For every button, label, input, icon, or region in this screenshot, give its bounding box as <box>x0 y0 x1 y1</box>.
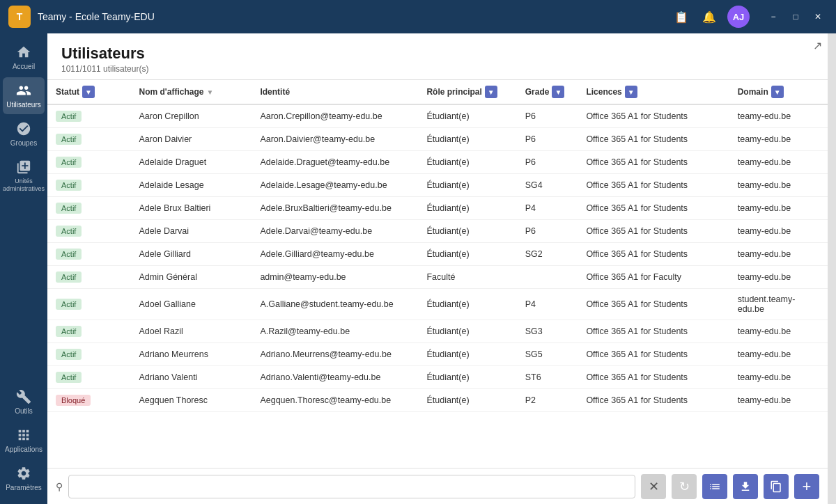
licences-filter-btn[interactable]: ▼ <box>625 86 637 98</box>
clear-button[interactable]: ✕ <box>641 474 666 499</box>
table-header-row: Statut ▼ Nom d'affichage ▼ Identité <box>47 80 828 104</box>
statut-filter-btn[interactable]: ▼ <box>82 86 95 98</box>
domain-filter-btn[interactable]: ▼ <box>771 86 784 98</box>
cell-nom: Adele Gilliard <box>131 243 252 266</box>
cell-identite: Adele.Gilliard@teamy-edu.be <box>251 243 418 266</box>
cell-grade: SG5 <box>517 343 578 366</box>
list-button[interactable] <box>702 474 727 499</box>
table-row[interactable]: Actif Adele Darvai Adele.Darvai@teamy-ed… <box>47 220 828 243</box>
cell-grade: P2 <box>517 389 578 412</box>
cell-domain: teamy-edu.be <box>729 343 828 366</box>
cell-licence: Office 365 A1 for Students <box>578 128 729 151</box>
table-row[interactable]: Actif Aaron Daivier Aaron.Daivier@teamy-… <box>47 128 828 151</box>
cell-licence: Office 365 A1 for Students <box>578 104 729 128</box>
maximize-button[interactable]: □ <box>786 7 805 26</box>
table-body: Actif Aaron Crepillon Aaron.Crepillon@te… <box>47 104 828 412</box>
sidebar-item-applications[interactable]: Applications <box>3 422 45 459</box>
cell-licence: Office 365 A1 for Students <box>578 343 729 366</box>
cell-role: Étudiant(e) <box>418 174 516 197</box>
cell-identite: admin@teamy-edu.be <box>251 266 418 289</box>
cell-statut: Actif <box>47 289 131 320</box>
table-row[interactable]: Actif Adele Brux Baltieri Adele.BruxBalt… <box>47 197 828 220</box>
table-row[interactable]: Actif Adelaide Lesage Adelaide.Lesage@te… <box>47 174 828 197</box>
table-row[interactable]: Actif Adoel Razil A.Razil@teamy-edu.be É… <box>47 320 828 343</box>
col-identite: Identité <box>251 80 418 104</box>
users-table-container: Statut ▼ Nom d'affichage ▼ Identité <box>47 80 828 468</box>
refresh-button[interactable]: ↻ <box>672 474 697 499</box>
page-subtitle: 1011/1011 utilisateur(s) <box>61 64 814 74</box>
table-row[interactable]: Actif Adriano Meurrens Adriano.Meurrens@… <box>47 343 828 366</box>
sidebar-item-outils[interactable]: Outils <box>3 384 45 420</box>
cell-role: Étudiant(e) <box>418 320 516 343</box>
expand-icon[interactable]: ↗ <box>813 39 822 52</box>
bell-icon[interactable]: 🔔 <box>699 7 719 26</box>
sidebar-item-accueil[interactable]: Accueil <box>3 39 45 76</box>
table-row[interactable]: Actif Aaron Crepillon Aaron.Crepillon@te… <box>47 104 828 128</box>
status-badge: Actif <box>56 180 82 191</box>
cell-identite: Aegquen.Thoresc@teamy-edu.be <box>251 389 418 412</box>
sidebar-item-unites[interactable]: Unités administratives <box>3 154 45 198</box>
download-button[interactable] <box>733 474 758 499</box>
cell-identite: Aaron.Crepillon@teamy-edu.be <box>251 104 418 128</box>
status-badge: Actif <box>56 249 82 260</box>
cell-identite: Adriano.Valenti@teamy-edu.be <box>251 366 418 389</box>
cell-statut: Actif <box>47 151 131 174</box>
role-filter-btn[interactable]: ▼ <box>485 86 497 98</box>
cell-statut: Actif <box>47 220 131 243</box>
cell-nom: Adele Brux Baltieri <box>131 197 252 220</box>
page-title: Utilisateurs <box>61 45 814 63</box>
cell-nom: Aaron Crepillon <box>131 104 252 128</box>
sidebar-item-parametres[interactable]: Paramètres <box>3 460 45 497</box>
cell-statut: Actif <box>47 197 131 220</box>
cell-role: Faculté <box>418 266 516 289</box>
status-badge: Actif <box>56 111 82 122</box>
status-badge: Actif <box>56 157 82 168</box>
sidebar-item-utilisateurs[interactable]: Utilisateurs <box>3 77 45 114</box>
sidebar-label-applications: Applications <box>5 446 42 453</box>
cell-domain: teamy-edu.be <box>729 151 828 174</box>
clipboard-icon[interactable]: 📋 <box>672 7 691 26</box>
sidebar-label-outils: Outils <box>15 407 33 415</box>
cell-statut: Actif <box>47 128 131 151</box>
status-badge: Actif <box>56 271 82 283</box>
avatar[interactable]: AJ <box>727 6 750 28</box>
cell-nom: Adriano Valenti <box>131 366 252 389</box>
table-row[interactable]: Actif Adriano Valenti Adriano.Valenti@te… <box>47 366 828 389</box>
bottom-bar: ⚲ ✕ ↻ + <box>47 468 828 504</box>
cell-role: Étudiant(e) <box>418 104 516 128</box>
table-row[interactable]: Bloqué Aegquen Thoresc Aegquen.Thoresc@t… <box>47 389 828 412</box>
table-row[interactable]: Actif Admin Général admin@teamy-edu.be F… <box>47 266 828 289</box>
table-row[interactable]: Actif Adoel Galliane A.Galliane@student.… <box>47 289 828 320</box>
cell-grade: P4 <box>517 289 578 320</box>
cell-grade: P6 <box>517 220 578 243</box>
col-licences: Licences ▼ <box>578 80 729 104</box>
cell-grade: P6 <box>517 104 578 128</box>
cell-nom: Adelaide Lesage <box>131 174 252 197</box>
titlebar: T Teamy - Ecole Teamy-EDU 📋 🔔 AJ − □ ✕ <box>0 0 836 33</box>
cell-domain: teamy-edu.be <box>729 243 828 266</box>
cell-nom: Adele Darvai <box>131 220 252 243</box>
status-badge: Actif <box>56 326 82 337</box>
filter-icon: ⚲ <box>56 481 63 492</box>
copy-button[interactable] <box>764 474 789 499</box>
cell-nom: Adriano Meurrens <box>131 343 252 366</box>
cell-statut: Actif <box>47 104 131 128</box>
grade-filter-btn[interactable]: ▼ <box>552 86 564 98</box>
cell-licence: Office 365 A1 for Students <box>578 389 729 412</box>
add-button[interactable]: + <box>794 474 819 499</box>
titlebar-actions: 📋 🔔 AJ − □ ✕ <box>672 6 828 28</box>
table-row[interactable]: Actif Adele Gilliard Adele.Gilliard@team… <box>47 243 828 266</box>
close-button[interactable]: ✕ <box>808 7 828 26</box>
cell-identite: Adriano.Meurrens@teamy-edu.be <box>251 343 418 366</box>
cell-licence: Office 365 A1 for Students <box>578 289 729 320</box>
cell-licence: Office 365 A1 for Students <box>578 243 729 266</box>
minimize-button[interactable]: − <box>764 7 783 26</box>
cell-statut: Actif <box>47 266 131 289</box>
table-row[interactable]: Actif Adelaide Draguet Adelaide.Draguet@… <box>47 151 828 174</box>
cell-nom: Aaron Daivier <box>131 128 252 151</box>
sidebar-item-groupes[interactable]: Groupes <box>3 116 45 152</box>
cell-grade: SG3 <box>517 320 578 343</box>
search-input[interactable] <box>68 475 635 498</box>
status-badge: Actif <box>56 134 82 145</box>
window-controls: − □ ✕ <box>764 7 828 26</box>
